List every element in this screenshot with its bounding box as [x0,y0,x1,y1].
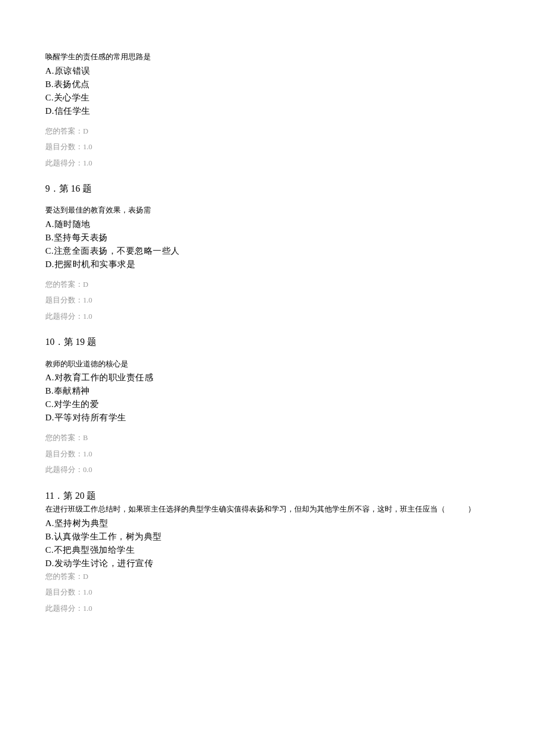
option-d: D.把握时机和实事求是 [45,258,489,271]
question-stem: 在进行班级工作总结时，如果班主任选择的典型学生确实值得表扬和学习，但却为其他学生… [45,505,489,515]
option-a: A.坚持树为典型 [45,517,489,530]
option-c: C.对学生的爱 [45,398,489,411]
option-a: A.原谅错误 [45,65,489,77]
total-score: 题目分数：1.0 [45,296,489,306]
answer-meta: 您的答案：D 题目分数：1.0 此题得分：1.0 [45,127,489,169]
total-score: 题目分数：1.0 [45,142,489,153]
option-c: C.注意全面表扬，不要忽略一些人 [45,245,489,257]
option-d: D.信任学生 [45,105,489,117]
earned-score: 此题得分：1.0 [45,312,489,322]
total-score: 题目分数：1.0 [45,588,489,598]
answer-meta: 您的答案：B 题目分数：1.0 此题得分：0.0 [45,433,489,476]
option-a: A.对教育工作的职业责任感 [45,372,489,384]
option-b: B.认真做学生工作，树为典型 [45,531,489,543]
question-stem: 要达到最佳的教育效果，表扬需 [45,206,489,216]
your-answer: 您的答案：B [45,433,489,444]
total-score: 题目分数：1.0 [45,449,489,460]
question-heading-11: 11．第 20 题 [45,489,489,502]
question-10: 教师的职业道德的核心是 A.对教育工作的职业责任感 B.奉献精神 C.对学生的爱… [45,359,489,476]
answer-meta: 您的答案：D 题目分数：1.0 此题得分：1.0 [45,572,489,614]
option-d: D.平等对待所有学生 [45,412,489,424]
your-answer: 您的答案：D [45,127,489,137]
option-b: B.表扬优点 [45,78,489,91]
answer-meta: 您的答案：D 题目分数：1.0 此题得分：1.0 [45,280,489,322]
question-11: 在进行班级工作总结时，如果班主任选择的典型学生确实值得表扬和学习，但却为其他学生… [45,505,489,614]
earned-score: 此题得分：0.0 [45,465,489,476]
question-heading-10: 10．第 19 题 [45,336,489,348]
option-b: B.坚持每天表扬 [45,232,489,244]
earned-score: 此题得分：1.0 [45,159,489,169]
option-d: D.发动学生讨论，进行宣传 [45,557,489,570]
question-heading-9: 9．第 16 题 [45,182,489,195]
question-8: 唤醒学生的责任感的常用思路是 A.原谅错误 B.表扬优点 C.关心学生 D.信任… [45,52,489,168]
question-stem: 教师的职业道德的核心是 [45,359,489,370]
your-answer: 您的答案：D [45,572,489,582]
option-c: C.关心学生 [45,92,489,104]
question-9: 要达到最佳的教育效果，表扬需 A.随时随地 B.坚持每天表扬 C.注意全面表扬，… [45,206,489,322]
option-b: B.奉献精神 [45,385,489,397]
option-c: C.不把典型强加给学生 [45,544,489,556]
earned-score: 此题得分：1.0 [45,604,489,614]
question-stem: 唤醒学生的责任感的常用思路是 [45,52,489,63]
your-answer: 您的答案：D [45,280,489,290]
option-a: A.随时随地 [45,218,489,231]
